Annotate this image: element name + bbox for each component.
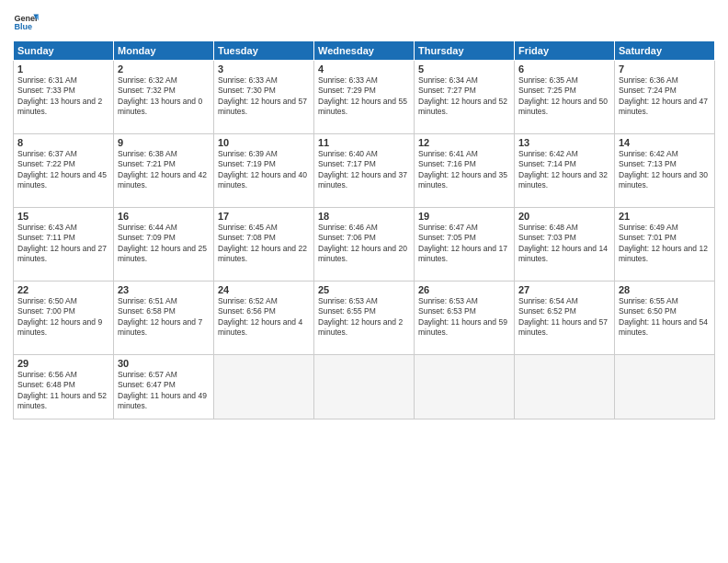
day-number: 18	[318, 211, 410, 222]
day-number: 10	[218, 137, 310, 148]
calendar-cell: 7Sunrise: 6:36 AMSunset: 7:24 PMDaylight…	[615, 61, 715, 134]
day-number: 30	[118, 358, 210, 369]
calendar-cell: 16Sunrise: 6:44 AMSunset: 7:09 PMDayligh…	[114, 208, 214, 282]
col-header-monday: Monday	[114, 41, 214, 61]
calendar-cell: 23Sunrise: 6:51 AMSunset: 6:58 PMDayligh…	[114, 282, 214, 355]
calendar-cell: 15Sunrise: 6:43 AMSunset: 7:11 PMDayligh…	[14, 208, 114, 282]
logo: General Blue	[13, 9, 40, 35]
col-header-wednesday: Wednesday	[314, 41, 415, 61]
calendar-cell: 11Sunrise: 6:40 AMSunset: 7:17 PMDayligh…	[314, 134, 415, 208]
day-info: Sunrise: 6:35 AMSunset: 7:25 PMDaylight:…	[518, 75, 608, 116]
calendar-cell: 9Sunrise: 6:38 AMSunset: 7:21 PMDaylight…	[114, 134, 214, 208]
calendar-week-1: 1Sunrise: 6:31 AMSunset: 7:33 PMDaylight…	[14, 61, 715, 134]
day-info: Sunrise: 6:55 AMSunset: 6:50 PMDaylight:…	[619, 296, 708, 337]
calendar-cell	[615, 355, 715, 419]
day-info: Sunrise: 6:41 AMSunset: 7:16 PMDaylight:…	[418, 149, 507, 190]
day-info: Sunrise: 6:42 AMSunset: 7:14 PMDaylight:…	[518, 149, 608, 190]
header: General Blue	[13, 9, 715, 35]
calendar-week-5: 29Sunrise: 6:56 AMSunset: 6:48 PMDayligh…	[14, 355, 715, 419]
col-header-sunday: Sunday	[14, 41, 114, 61]
day-number: 16	[118, 211, 210, 222]
day-info: Sunrise: 6:50 AMSunset: 7:00 PMDaylight:…	[17, 296, 102, 337]
calendar-cell: 5Sunrise: 6:34 AMSunset: 7:27 PMDaylight…	[415, 61, 515, 134]
day-info: Sunrise: 6:57 AMSunset: 6:47 PMDaylight:…	[118, 370, 207, 410]
day-info: Sunrise: 6:53 AMSunset: 6:55 PMDaylight:…	[318, 296, 403, 337]
logo-icon: General Blue	[13, 9, 39, 35]
day-number: 1	[17, 63, 109, 75]
day-number: 6	[518, 63, 610, 75]
day-number: 24	[218, 284, 310, 295]
day-info: Sunrise: 6:53 AMSunset: 6:53 PMDaylight:…	[418, 296, 507, 337]
calendar-cell: 24Sunrise: 6:52 AMSunset: 6:56 PMDayligh…	[214, 282, 314, 355]
day-info: Sunrise: 6:32 AMSunset: 7:32 PMDaylight:…	[118, 75, 202, 116]
calendar-cell	[214, 355, 314, 419]
day-number: 28	[619, 284, 711, 295]
col-header-saturday: Saturday	[615, 41, 715, 61]
calendar-cell: 19Sunrise: 6:47 AMSunset: 7:05 PMDayligh…	[415, 208, 515, 282]
col-header-friday: Friday	[515, 41, 615, 61]
day-info: Sunrise: 6:39 AMSunset: 7:19 PMDaylight:…	[218, 149, 307, 190]
day-number: 17	[218, 211, 310, 222]
calendar-cell: 22Sunrise: 6:50 AMSunset: 7:00 PMDayligh…	[14, 282, 114, 355]
calendar-cell: 8Sunrise: 6:37 AMSunset: 7:22 PMDaylight…	[14, 134, 114, 208]
calendar-cell: 3Sunrise: 6:33 AMSunset: 7:30 PMDaylight…	[214, 61, 314, 134]
day-number: 11	[318, 137, 410, 148]
day-number: 14	[619, 137, 711, 148]
day-info: Sunrise: 6:46 AMSunset: 7:06 PMDaylight:…	[318, 223, 407, 263]
day-number: 13	[518, 137, 610, 148]
day-info: Sunrise: 6:45 AMSunset: 7:08 PMDaylight:…	[218, 223, 307, 263]
calendar-cell	[515, 355, 615, 419]
calendar-week-2: 8Sunrise: 6:37 AMSunset: 7:22 PMDaylight…	[14, 134, 715, 208]
day-info: Sunrise: 6:38 AMSunset: 7:21 PMDaylight:…	[118, 149, 207, 190]
day-info: Sunrise: 6:48 AMSunset: 7:03 PMDaylight:…	[518, 223, 608, 263]
calendar-cell: 1Sunrise: 6:31 AMSunset: 7:33 PMDaylight…	[14, 61, 114, 134]
calendar-cell: 13Sunrise: 6:42 AMSunset: 7:14 PMDayligh…	[515, 134, 615, 208]
calendar-week-3: 15Sunrise: 6:43 AMSunset: 7:11 PMDayligh…	[14, 208, 715, 282]
day-number: 2	[118, 63, 210, 75]
calendar-cell	[415, 355, 515, 419]
calendar-cell: 6Sunrise: 6:35 AMSunset: 7:25 PMDaylight…	[515, 61, 615, 134]
calendar-cell: 10Sunrise: 6:39 AMSunset: 7:19 PMDayligh…	[214, 134, 314, 208]
day-info: Sunrise: 6:33 AMSunset: 7:29 PMDaylight:…	[318, 75, 407, 116]
day-number: 5	[418, 63, 510, 75]
calendar-week-4: 22Sunrise: 6:50 AMSunset: 7:00 PMDayligh…	[14, 282, 715, 355]
day-info: Sunrise: 6:44 AMSunset: 7:09 PMDaylight:…	[118, 223, 207, 263]
day-number: 21	[619, 211, 711, 222]
col-header-thursday: Thursday	[415, 41, 515, 61]
day-number: 25	[318, 284, 410, 295]
day-info: Sunrise: 6:33 AMSunset: 7:30 PMDaylight:…	[218, 75, 307, 116]
day-number: 26	[418, 284, 510, 295]
calendar-cell: 12Sunrise: 6:41 AMSunset: 7:16 PMDayligh…	[415, 134, 515, 208]
day-number: 29	[17, 358, 109, 369]
day-info: Sunrise: 6:31 AMSunset: 7:33 PMDaylight:…	[17, 75, 102, 116]
calendar-cell: 17Sunrise: 6:45 AMSunset: 7:08 PMDayligh…	[214, 208, 314, 282]
day-number: 8	[17, 137, 109, 148]
day-info: Sunrise: 6:36 AMSunset: 7:24 PMDaylight:…	[619, 75, 708, 116]
day-number: 23	[118, 284, 210, 295]
day-info: Sunrise: 6:40 AMSunset: 7:17 PMDaylight:…	[318, 149, 407, 190]
day-info: Sunrise: 6:37 AMSunset: 7:22 PMDaylight:…	[17, 149, 107, 190]
day-number: 20	[518, 211, 610, 222]
calendar-cell: 2Sunrise: 6:32 AMSunset: 7:32 PMDaylight…	[114, 61, 214, 134]
day-info: Sunrise: 6:34 AMSunset: 7:27 PMDaylight:…	[418, 75, 507, 116]
day-info: Sunrise: 6:42 AMSunset: 7:13 PMDaylight:…	[619, 149, 708, 190]
day-number: 22	[17, 284, 109, 295]
day-info: Sunrise: 6:43 AMSunset: 7:11 PMDaylight:…	[17, 223, 107, 263]
col-header-tuesday: Tuesday	[214, 41, 314, 61]
calendar-cell: 30Sunrise: 6:57 AMSunset: 6:47 PMDayligh…	[114, 355, 214, 419]
day-info: Sunrise: 6:47 AMSunset: 7:05 PMDaylight:…	[418, 223, 507, 263]
calendar-cell: 26Sunrise: 6:53 AMSunset: 6:53 PMDayligh…	[415, 282, 515, 355]
day-number: 15	[17, 211, 109, 222]
calendar-table: SundayMondayTuesdayWednesdayThursdayFrid…	[13, 40, 715, 419]
day-number: 12	[418, 137, 510, 148]
day-number: 7	[619, 63, 711, 75]
calendar-cell: 27Sunrise: 6:54 AMSunset: 6:52 PMDayligh…	[515, 282, 615, 355]
svg-text:Blue: Blue	[14, 22, 32, 31]
calendar-cell: 29Sunrise: 6:56 AMSunset: 6:48 PMDayligh…	[14, 355, 114, 419]
calendar-cell: 28Sunrise: 6:55 AMSunset: 6:50 PMDayligh…	[615, 282, 715, 355]
day-number: 4	[318, 63, 410, 75]
day-number: 19	[418, 211, 510, 222]
page: General Blue SundayMondayTuesdayWednesda…	[0, 0, 728, 563]
calendar-cell: 20Sunrise: 6:48 AMSunset: 7:03 PMDayligh…	[515, 208, 615, 282]
day-number: 3	[218, 63, 310, 75]
